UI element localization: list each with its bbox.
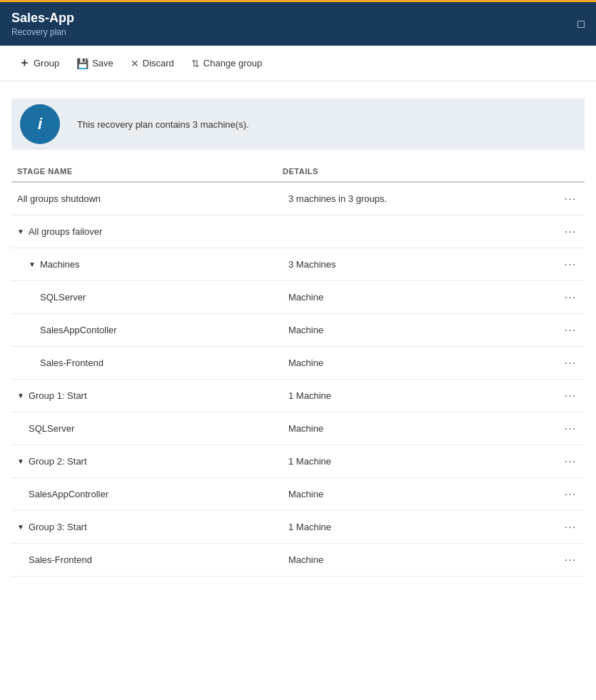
row-name: Machines (40, 259, 80, 270)
row-actions-button[interactable]: ··· (556, 422, 585, 435)
cell-details: 1 Machine (283, 514, 556, 539)
save-label: Save (92, 58, 113, 69)
cell-details: 3 machines in 3 groups. (283, 186, 556, 211)
cell-stage: SQLServer (11, 416, 283, 441)
row-actions-button[interactable]: ··· (556, 193, 585, 206)
cell-details: 1 Machine (283, 383, 556, 408)
row-actions-button[interactable]: ··· (556, 390, 585, 402)
row-actions-button[interactable]: ··· (556, 357, 585, 370)
table-row: SalesAppControllerMachine··· (11, 478, 585, 511)
cell-stage: ▼Group 3: Start (11, 514, 283, 539)
row-name: All groups failover (29, 226, 102, 237)
col-stage-header: STAGE NAME (11, 167, 283, 176)
table-row: SQLServerMachine··· (11, 281, 585, 314)
app-header: Sales-App Recovery plan □ (0, 0, 596, 46)
table-row: Sales-FrontendMachine··· (11, 544, 585, 577)
cell-stage: SalesAppContoller (11, 318, 283, 343)
cell-stage: Sales-Frontend (11, 547, 283, 572)
row-actions-button[interactable]: ··· (556, 488, 585, 501)
window-icon[interactable]: □ (577, 18, 585, 31)
cell-stage: ▼All groups failover (11, 219, 283, 244)
change-group-label: Change group (203, 58, 262, 69)
table-row: ▼Group 3: Start1 Machine··· (11, 511, 585, 544)
toolbar: ＋ Group 💾 Save ✕ Discard ⇅ Change group (0, 46, 596, 81)
table-row: SQLServerMachine··· (11, 412, 585, 445)
row-name: Sales-Frontend (40, 357, 103, 368)
cell-stage: Sales-Frontend (11, 350, 283, 375)
table-header: STAGE NAME DETAILS (11, 161, 585, 183)
row-actions-button[interactable]: ··· (556, 521, 585, 534)
row-name: SQLServer (40, 292, 86, 303)
discard-icon: ✕ (131, 58, 139, 69)
chevron-icon[interactable]: ▼ (17, 523, 24, 531)
info-icon-wrap: i (20, 104, 60, 144)
discard-label: Discard (143, 58, 174, 69)
table-row: ▼Group 1: Start1 Machine··· (11, 380, 585, 412)
header-title-block: Sales-App Recovery plan (11, 11, 74, 37)
chevron-icon[interactable]: ▼ (17, 392, 24, 400)
table-row: ▼Machines3 Machines··· (11, 248, 585, 281)
cell-details: Machine (283, 416, 556, 441)
row-actions-button[interactable]: ··· (556, 324, 585, 337)
cell-details (283, 225, 556, 239)
row-name: SQLServer (29, 423, 74, 434)
cell-stage: All groups shutdown (11, 186, 283, 211)
row-name: All groups shutdown (17, 193, 101, 204)
info-text: This recovery plan contains 3 machine(s)… (66, 111, 261, 138)
cell-stage: ▼Group 2: Start (11, 449, 283, 474)
cell-stage: ▼Machines (11, 252, 283, 277)
change-group-icon: ⇅ (191, 58, 200, 69)
row-name: Group 1: Start (29, 390, 87, 401)
cell-stage: SQLServer (11, 285, 283, 310)
row-actions-button[interactable]: ··· (556, 455, 585, 468)
app-subtitle: Recovery plan (11, 27, 74, 37)
app-title: Sales-App (11, 11, 74, 26)
row-actions-button[interactable]: ··· (556, 258, 585, 271)
row-actions-button[interactable]: ··· (556, 291, 585, 304)
info-banner: i This recovery plan contains 3 machine(… (11, 98, 585, 150)
save-icon: 💾 (76, 58, 89, 69)
row-name: SalesAppContoller (40, 325, 117, 335)
table-row: Sales-FrontendMachine··· (11, 347, 585, 380)
table-body: All groups shutdown3 machines in 3 group… (11, 183, 585, 577)
table-row: ▼Group 2: Start1 Machine··· (11, 445, 585, 478)
cell-details: Machine (283, 350, 556, 375)
cell-stage: SalesAppController (11, 482, 283, 507)
table-row: SalesAppContollerMachine··· (11, 314, 585, 347)
table-row: All groups shutdown3 machines in 3 group… (11, 183, 585, 215)
row-name: Group 3: Start (29, 522, 87, 532)
col-details-header: DETAILS (283, 167, 556, 176)
add-group-button[interactable]: ＋ Group (11, 51, 66, 75)
row-name: Sales-Frontend (29, 554, 92, 565)
cell-details: Machine (283, 482, 556, 507)
row-actions-button[interactable]: ··· (556, 554, 585, 567)
row-name: Group 2: Start (29, 456, 87, 467)
plus-icon: ＋ (19, 56, 30, 71)
cell-details: Machine (283, 318, 556, 343)
add-group-label: Group (34, 58, 59, 69)
save-button[interactable]: 💾 Save (69, 54, 121, 73)
cell-stage: ▼Group 1: Start (11, 383, 283, 408)
table: STAGE NAME DETAILS All groups shutdown3 … (11, 161, 585, 577)
cell-details: Machine (283, 547, 556, 572)
cell-details: 1 Machine (283, 449, 556, 474)
chevron-icon[interactable]: ▼ (17, 457, 24, 465)
change-group-button[interactable]: ⇅ Change group (184, 54, 269, 73)
cell-details: Machine (283, 285, 556, 310)
table-row: ▼All groups failover··· (11, 215, 585, 248)
info-icon: i (38, 115, 42, 133)
chevron-icon[interactable]: ▼ (29, 260, 36, 268)
cell-details: 3 Machines (283, 252, 556, 277)
chevron-icon[interactable]: ▼ (17, 228, 24, 235)
row-name: SalesAppController (29, 489, 108, 499)
discard-button[interactable]: ✕ Discard (123, 54, 181, 73)
row-actions-button[interactable]: ··· (556, 225, 585, 238)
